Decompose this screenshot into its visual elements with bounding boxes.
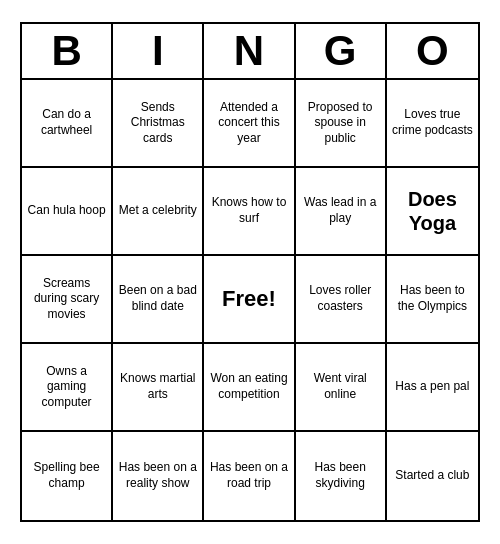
bingo-header: BINGO: [22, 24, 478, 80]
bingo-cell: Attended a concert this year: [204, 80, 295, 168]
bingo-cell: Has been on a reality show: [113, 432, 204, 520]
bingo-cell: Does Yoga: [387, 168, 478, 256]
bingo-cell: Spelling bee champ: [22, 432, 113, 520]
bingo-cell: Owns a gaming computer: [22, 344, 113, 432]
bingo-cell: Screams during scary movies: [22, 256, 113, 344]
bingo-cell: Proposed to spouse in public: [296, 80, 387, 168]
bingo-cell: Has been on a road trip: [204, 432, 295, 520]
bingo-cell: Loves true crime podcasts: [387, 80, 478, 168]
bingo-cell: Started a club: [387, 432, 478, 520]
header-letter: N: [204, 24, 295, 78]
bingo-grid: Can do a cartwheelSends Christmas cardsA…: [22, 80, 478, 520]
bingo-cell: Sends Christmas cards: [113, 80, 204, 168]
header-letter: G: [296, 24, 387, 78]
bingo-cell: Has been to the Olympics: [387, 256, 478, 344]
bingo-cell: Has a pen pal: [387, 344, 478, 432]
header-letter: I: [113, 24, 204, 78]
bingo-cell: Knows martial arts: [113, 344, 204, 432]
bingo-cell: Been on a bad blind date: [113, 256, 204, 344]
bingo-cell: Has been skydiving: [296, 432, 387, 520]
bingo-cell: Knows how to surf: [204, 168, 295, 256]
bingo-cell: Went viral online: [296, 344, 387, 432]
bingo-card: BINGO Can do a cartwheelSends Christmas …: [20, 22, 480, 522]
bingo-cell: Won an eating competition: [204, 344, 295, 432]
header-letter: O: [387, 24, 478, 78]
bingo-cell: Can do a cartwheel: [22, 80, 113, 168]
bingo-cell: Can hula hoop: [22, 168, 113, 256]
free-space: Free!: [204, 256, 295, 344]
header-letter: B: [22, 24, 113, 78]
bingo-cell: Loves roller coasters: [296, 256, 387, 344]
bingo-cell: Met a celebrity: [113, 168, 204, 256]
bingo-cell: Was lead in a play: [296, 168, 387, 256]
